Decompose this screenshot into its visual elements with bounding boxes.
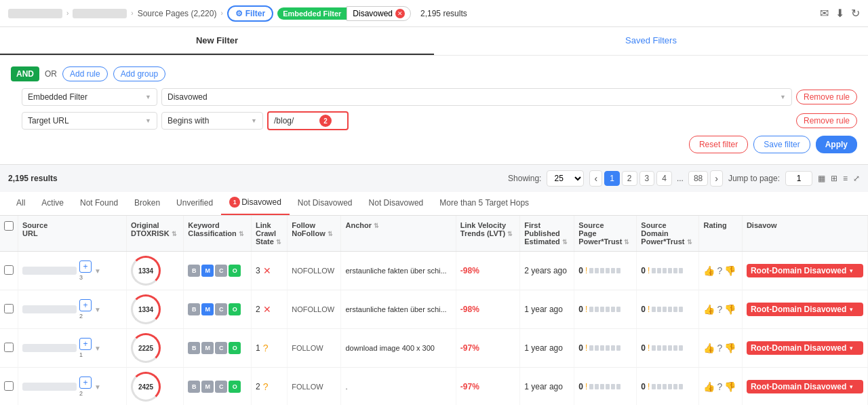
filter-icon: ⚙ bbox=[235, 9, 243, 18]
disavow-header: Disavow bbox=[742, 216, 867, 252]
rule1-field-select[interactable]: Embedded Filter ▼ bbox=[22, 88, 157, 106]
jump-to-page-input[interactable] bbox=[785, 171, 812, 186]
saved-filters-tab[interactable]: Saved Filters bbox=[434, 27, 868, 55]
add-rule-button[interactable]: Add rule bbox=[62, 66, 108, 81]
page-size-select[interactable]: 25 50 100 bbox=[547, 170, 584, 187]
thumbs-up-icon[interactable]: 👍 bbox=[703, 304, 715, 315]
expand-icon[interactable]: ⤢ bbox=[853, 174, 860, 183]
tab-all[interactable]: All bbox=[8, 193, 33, 214]
disavow-badge[interactable]: Root-Domain Disavowed ▼ bbox=[747, 341, 863, 355]
first-published-cell: 1 year ago bbox=[520, 329, 574, 368]
thumbs-up-icon[interactable]: 👍 bbox=[703, 381, 715, 392]
link-crawl-cell: 2 ? bbox=[252, 368, 288, 406]
rule2-field-select[interactable]: Target URL ▼ bbox=[22, 112, 157, 130]
tab-not-found[interactable]: Not Found bbox=[72, 193, 126, 214]
letter-badge-o: O bbox=[229, 381, 241, 393]
breadcrumb-item-2[interactable] bbox=[73, 9, 127, 18]
rating-cell: 👍 ? 👎 bbox=[699, 252, 742, 290]
page-3-button[interactable]: 3 bbox=[639, 171, 655, 186]
page-power-bars bbox=[589, 307, 620, 312]
save-filter-button[interactable]: Save filter bbox=[753, 136, 810, 153]
breadcrumb-item-1[interactable] bbox=[8, 9, 62, 18]
thumbs-up-icon[interactable]: 👍 bbox=[703, 265, 715, 276]
disavow-badge[interactable]: Root-Domain Disavowed ▼ bbox=[747, 303, 863, 316]
page-2-button[interactable]: 2 bbox=[622, 171, 637, 186]
rule1-value-select[interactable]: Disavowed ▼ bbox=[161, 88, 792, 106]
tab-more-than-5-hops[interactable]: More than 5 Target Hops bbox=[431, 193, 537, 214]
grid-icon[interactable]: ⊞ bbox=[831, 174, 837, 183]
page-88-button[interactable]: 88 bbox=[688, 171, 708, 186]
disavow-badge[interactable]: Root-Domain Disavowed ▼ bbox=[747, 264, 863, 277]
page-4-button[interactable]: 4 bbox=[656, 171, 672, 186]
tab-not-disavowed-2[interactable]: Not Disavowed bbox=[361, 193, 432, 214]
row-expand-arrow[interactable]: ▼ bbox=[94, 383, 101, 391]
filter-button[interactable]: ⚙ Filter bbox=[227, 5, 273, 22]
reset-filter-button[interactable]: Reset filter bbox=[689, 136, 748, 153]
thumbs-down-icon[interactable]: 👎 bbox=[724, 265, 736, 276]
row-expand-arrow[interactable]: ▼ bbox=[94, 306, 101, 313]
letter-badge-c: C bbox=[215, 265, 227, 277]
letter-badge-m: M bbox=[201, 303, 214, 315]
row-checkbox-1[interactable] bbox=[4, 304, 14, 313]
source-url-blurred bbox=[22, 267, 77, 275]
page-1-button[interactable]: 1 bbox=[604, 171, 620, 186]
tab-broken[interactable]: Broken bbox=[126, 193, 168, 214]
expand-row-btn[interactable]: + bbox=[79, 338, 92, 350]
row-expand-arrow[interactable]: ▼ bbox=[94, 267, 101, 275]
source-url-blurred bbox=[22, 344, 77, 352]
list-icon[interactable]: ≡ bbox=[843, 174, 848, 183]
question-icon[interactable]: ? bbox=[717, 381, 722, 392]
new-filter-tab[interactable]: New Filter bbox=[0, 27, 434, 55]
question-icon[interactable]: ? bbox=[717, 304, 722, 315]
tab-unverified[interactable]: Unverified bbox=[168, 193, 221, 214]
tab-disavowed[interactable]: 1Disavowed bbox=[221, 192, 290, 215]
next-page-button[interactable]: › bbox=[710, 170, 723, 187]
row-expand-arrow[interactable]: ▼ bbox=[94, 345, 101, 352]
row-checkbox-0[interactable] bbox=[4, 265, 14, 275]
rule2-value-input[interactable] bbox=[267, 111, 349, 130]
remove-rule-1-button[interactable]: Remove rule bbox=[796, 90, 857, 104]
expand-row-btn[interactable]: + bbox=[79, 299, 92, 311]
letter-badge-b: B bbox=[188, 381, 200, 393]
question-icon[interactable]: ? bbox=[717, 265, 722, 276]
disavow-dropdown-arrow: ▼ bbox=[848, 345, 854, 351]
breadcrumb-item-3[interactable]: Source Pages (2,220) bbox=[138, 9, 217, 18]
thumbs-up-icon[interactable]: 👍 bbox=[703, 343, 715, 353]
remove-rule-2-button[interactable]: Remove rule bbox=[796, 113, 857, 128]
domain-power-excl: ! bbox=[648, 382, 650, 391]
or-label[interactable]: OR bbox=[45, 69, 57, 79]
mail-icon[interactable]: ✉ bbox=[820, 7, 829, 20]
row-checkbox-cell bbox=[0, 252, 18, 290]
source-url-blurred bbox=[22, 383, 77, 391]
domain-power-value: 0 bbox=[641, 343, 646, 353]
download-icon[interactable]: ⬇ bbox=[835, 7, 844, 20]
expand-row-btn[interactable]: + bbox=[79, 261, 92, 273]
question-icon[interactable]: ? bbox=[717, 343, 722, 353]
apply-button[interactable]: Apply bbox=[816, 136, 857, 153]
tab-not-disavowed[interactable]: Not Disavowed bbox=[290, 193, 361, 214]
first-published-value: 1 year ago bbox=[524, 382, 563, 391]
disavow-badge[interactable]: Root-Domain Disavowed ▼ bbox=[747, 380, 863, 393]
refresh-icon[interactable]: ↻ bbox=[851, 7, 860, 20]
letter-badge-m: M bbox=[201, 381, 214, 393]
thumbs-down-icon[interactable]: 👎 bbox=[724, 343, 736, 353]
expand-row-btn[interactable]: + bbox=[79, 377, 92, 389]
select-all-checkbox[interactable] bbox=[4, 221, 14, 231]
thumbs-down-icon[interactable]: 👎 bbox=[724, 304, 736, 315]
rule2-operator-select[interactable]: Begins with ▼ bbox=[161, 112, 263, 130]
first-published-value: 1 year ago bbox=[524, 305, 563, 314]
crawl-num: 2 bbox=[256, 382, 260, 391]
columns-icon[interactable]: ▦ bbox=[818, 174, 825, 183]
row-checkbox-2[interactable] bbox=[4, 343, 14, 352]
row-checkbox-3[interactable] bbox=[4, 381, 14, 391]
and-button[interactable]: AND bbox=[11, 66, 39, 81]
add-group-button[interactable]: Add group bbox=[113, 66, 165, 81]
embedded-filter-label: Embedded Filter bbox=[277, 7, 347, 20]
tab-active[interactable]: Active bbox=[33, 193, 72, 214]
thumbs-down-icon[interactable]: 👎 bbox=[724, 381, 736, 392]
keyword-class-cell: BMCO bbox=[184, 329, 252, 368]
prev-page-button[interactable]: ‹ bbox=[589, 170, 602, 187]
remove-embedded-filter[interactable]: ✕ bbox=[395, 9, 405, 18]
letter-badge-c: C bbox=[215, 381, 227, 393]
top-navigation: › › Source Pages (2,220) › ⚙ Filter Embe… bbox=[0, 0, 868, 27]
